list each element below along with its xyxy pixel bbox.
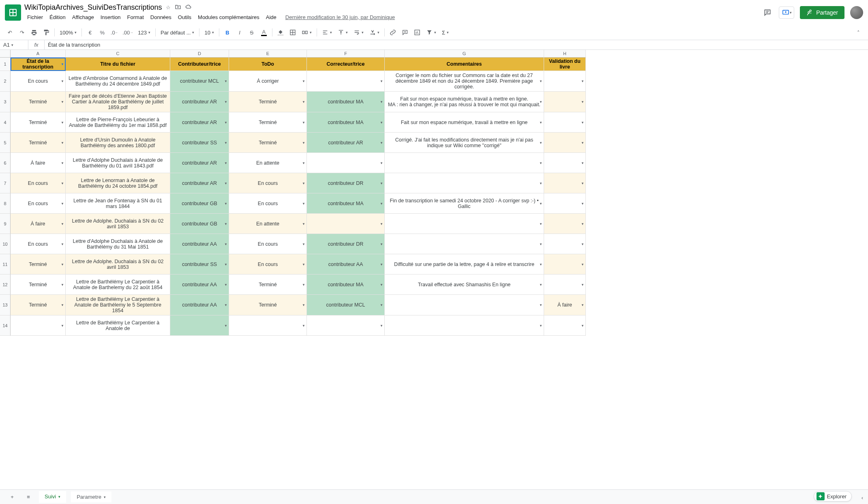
dropdown-icon[interactable]: ▼	[380, 222, 383, 225]
dropdown-icon[interactable]: ▼	[380, 202, 383, 205]
row-header-3[interactable]: 3	[0, 92, 11, 112]
cell-C-2[interactable]: Lettre d'Ambroise Comarmond à Anatole de…	[66, 71, 170, 92]
dropdown-icon[interactable]: ▼	[302, 202, 305, 205]
dropdown-icon[interactable]: ▼	[224, 283, 227, 286]
row-header-4[interactable]: 4	[0, 112, 11, 133]
grid-container[interactable]: A C D E F G H 1 État de la transcription…	[0, 50, 868, 485]
cell-F-14[interactable]: ▼	[307, 315, 385, 336]
cell-C-9[interactable]: Lettre de Adolphe. Duchalais à SN du 02 …	[66, 214, 170, 234]
dropdown-icon[interactable]: ▼	[380, 79, 383, 83]
decrease-decimal-icon[interactable]: .0←	[109, 27, 120, 38]
cell-H-10[interactable]: ▼	[544, 234, 586, 254]
dropdown-icon[interactable]: ▼	[539, 262, 542, 266]
cell-A-10[interactable]: En cours▼	[11, 234, 66, 254]
paint-format-icon[interactable]	[41, 27, 52, 38]
cell-G-5[interactable]: Corrigé. J'ai fait les modifications dir…	[385, 133, 544, 153]
undo-icon[interactable]: ↶	[4, 27, 15, 38]
select-all-corner[interactable]	[0, 50, 11, 58]
col-header-F[interactable]: F	[307, 50, 385, 58]
cell-F-12[interactable]: contributeur MA▼	[307, 275, 385, 295]
borders-button[interactable]	[287, 27, 298, 38]
cell-A-9[interactable]: À faire▼	[11, 214, 66, 234]
cell-F-11[interactable]: contributeur AA▼	[307, 254, 385, 275]
cell-D-8[interactable]: contributeur GB▼	[170, 193, 229, 214]
row-header-12[interactable]: 12	[0, 275, 11, 295]
doc-title[interactable]: WikiTopiaArchives_SuiviDesTranscriptions	[24, 3, 162, 12]
present-icon[interactable]: ▾	[779, 6, 794, 19]
col-header-C[interactable]: C	[66, 50, 170, 58]
dropdown-icon[interactable]: ▼	[61, 303, 64, 307]
insert-chart-icon[interactable]	[411, 27, 423, 38]
cell-C-3[interactable]: Faire part de décés d'Etienne Jean Bapti…	[66, 92, 170, 112]
dropdown-icon[interactable]: ▼	[224, 161, 227, 165]
row-header-8[interactable]: 8	[0, 193, 11, 214]
dropdown-icon[interactable]: ▼	[539, 181, 542, 185]
star-icon[interactable]: ☆	[166, 4, 171, 11]
comments-icon[interactable]	[762, 7, 773, 18]
cell-E-8[interactable]: En cours▼	[229, 193, 307, 214]
share-button[interactable]: Partager	[800, 6, 844, 19]
cell-D-4[interactable]: contributeur AR▼	[170, 112, 229, 133]
cell-A-8[interactable]: En cours▼	[11, 193, 66, 214]
cell-C-10[interactable]: Lettre d'Adolphe Duchalais à Anatole de …	[66, 234, 170, 254]
name-box[interactable]: A1▾	[0, 40, 28, 49]
font-select[interactable]: Par défaut ...▾	[158, 27, 197, 38]
cell-A-7[interactable]: En cours▼	[11, 173, 66, 193]
cell-F-8[interactable]: contributeur MA▼	[307, 193, 385, 214]
dropdown-icon[interactable]: ▼	[302, 100, 305, 104]
number-format-select[interactable]: 123▾	[135, 27, 153, 38]
cell-G-3[interactable]: Fait sur mon espace numérique, travail à…	[385, 92, 544, 112]
cell-D-9[interactable]: contributeur GB▼	[170, 214, 229, 234]
functions-button[interactable]: Σ▾	[439, 27, 451, 38]
dropdown-icon[interactable]: ▼	[224, 181, 227, 185]
vertical-align-button[interactable]: ▾	[335, 27, 350, 38]
cell-F-5[interactable]: contributeur AR▼	[307, 133, 385, 153]
menu-donnees[interactable]: Données	[148, 13, 174, 22]
cell-A-5[interactable]: Terminé▼	[11, 133, 66, 153]
italic-button[interactable]: I	[234, 27, 245, 38]
dropdown-icon[interactable]: ▼	[61, 100, 64, 104]
percent-button[interactable]: %	[96, 27, 108, 38]
text-rotation-button[interactable]: ▾	[367, 27, 382, 38]
dropdown-icon[interactable]: ▼	[224, 303, 227, 307]
dropdown-icon[interactable]: ▼	[380, 100, 383, 104]
cell-E-5[interactable]: Terminé▼	[229, 133, 307, 153]
cell-E-3[interactable]: Terminé▼	[229, 92, 307, 112]
cell-G-7[interactable]: ▼	[385, 173, 544, 193]
dropdown-icon[interactable]: ▼	[539, 283, 542, 286]
user-avatar[interactable]	[850, 6, 863, 19]
cell-F-4[interactable]: contributeur MA▼	[307, 112, 385, 133]
cell-H-11[interactable]: ▼	[544, 254, 586, 275]
cell-G-9[interactable]: ▼	[385, 214, 544, 234]
cell-F-10[interactable]: contributeur DR▼	[307, 234, 385, 254]
dropdown-icon[interactable]: ▼	[224, 262, 227, 266]
col-header-A[interactable]: A	[11, 50, 66, 58]
dropdown-icon[interactable]: ▼	[539, 303, 542, 307]
dropdown-icon[interactable]: ▼	[61, 222, 64, 225]
cell-H-12[interactable]: ▼	[544, 275, 586, 295]
dropdown-icon[interactable]: ▼	[581, 181, 584, 185]
cell-H-5[interactable]: ▼	[544, 133, 586, 153]
row-header-13[interactable]: 13	[0, 295, 11, 315]
dropdown-icon[interactable]: ▼	[302, 262, 305, 266]
dropdown-icon[interactable]: ▼	[539, 79, 542, 83]
menu-modules[interactable]: Modules complémentaires	[195, 13, 262, 22]
dropdown-icon[interactable]: ▼	[224, 324, 227, 327]
header-titre[interactable]: Titre du fichier	[66, 58, 170, 71]
dropdown-icon[interactable]: ▼	[224, 79, 227, 83]
redo-icon[interactable]: ↷	[16, 27, 28, 38]
menu-affichage[interactable]: Affichage	[69, 13, 97, 22]
cell-A-4[interactable]: Terminé▼	[11, 112, 66, 133]
dropdown-icon[interactable]: ▼	[380, 303, 383, 307]
cell-F-2[interactable]: ▼	[307, 71, 385, 92]
cloud-status-icon[interactable]	[185, 4, 192, 11]
dropdown-icon[interactable]: ▼	[61, 120, 64, 124]
row-header-11[interactable]: 11	[0, 254, 11, 275]
dropdown-icon[interactable]: ▼	[581, 303, 584, 307]
cell-H-3[interactable]: ▼	[544, 92, 586, 112]
cell-D-11[interactable]: contributeur SS▼	[170, 254, 229, 275]
cell-E-11[interactable]: En cours▼	[229, 254, 307, 275]
col-header-G[interactable]: G	[385, 50, 544, 58]
cell-D-14[interactable]: ▼	[170, 315, 229, 336]
header-validation[interactable]: Validation du livre	[544, 58, 586, 71]
